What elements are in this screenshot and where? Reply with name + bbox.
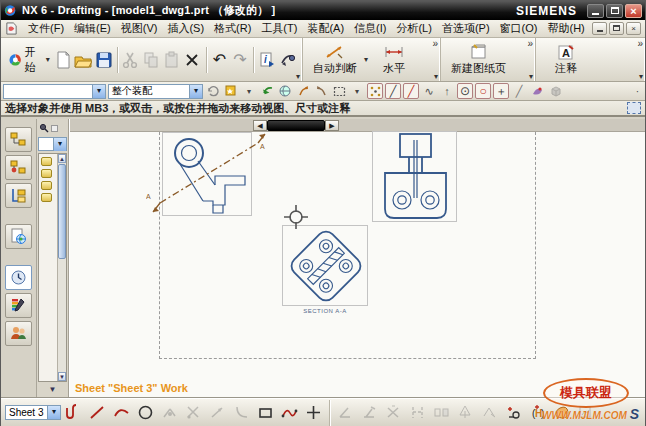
- touch-gesture-button[interactable]: [277, 48, 297, 72]
- drafting-view-front[interactable]: [372, 131, 457, 222]
- scroll-right-icon[interactable]: ▶: [325, 120, 339, 131]
- assembly-navigator-tab[interactable]: [5, 127, 32, 152]
- sheet-group-expand-icon[interactable]: »: [527, 39, 533, 48]
- orient-up-icon[interactable]: [295, 83, 311, 99]
- snap-point-on-surface-icon[interactable]: [529, 83, 545, 99]
- menu-window[interactable]: 窗口(O): [495, 20, 543, 37]
- arc-icon[interactable]: [110, 402, 133, 424]
- tree-node-icon[interactable]: [41, 157, 52, 166]
- menu-assemblies[interactable]: 装配(A): [302, 20, 349, 37]
- clay-style-icon[interactable]: [550, 402, 573, 424]
- previous-selection-icon[interactable]: [259, 83, 275, 99]
- annotation-group-options-icon[interactable]: ▾: [639, 73, 643, 81]
- dimension-group-options-icon[interactable]: ▾: [434, 73, 438, 81]
- panel-option-box[interactable]: [51, 125, 58, 132]
- sheet-group-options-icon[interactable]: ▾: [529, 73, 533, 81]
- selection-scope-dropdown-icon[interactable]: ▾: [189, 85, 202, 98]
- save-button[interactable]: [94, 48, 114, 72]
- start-button[interactable]: 开始 ▾: [5, 47, 53, 73]
- menu-file[interactable]: 文件(F): [23, 20, 69, 37]
- panel-filter-dropdown-icon[interactable]: ▾: [53, 138, 66, 151]
- mdi-minimize-button[interactable]: [592, 22, 607, 35]
- delete-button[interactable]: [182, 48, 202, 72]
- mdi-close-button[interactable]: ×: [626, 22, 641, 35]
- menu-help[interactable]: 帮助(H): [542, 20, 589, 37]
- snap-existing-point-icon[interactable]: ＋: [493, 83, 509, 99]
- roles-tab[interactable]: [5, 321, 32, 346]
- menu-analysis[interactable]: 分析(L): [391, 20, 436, 37]
- snap-arc-center-icon[interactable]: ⊙: [457, 83, 473, 99]
- snap-point-icon[interactable]: [367, 83, 383, 99]
- snap-endpoint-icon[interactable]: ╱: [385, 83, 401, 99]
- snap-curve-icon[interactable]: ∿: [421, 83, 437, 99]
- panel-scrollbar[interactable]: ▲ ▼: [57, 154, 66, 381]
- point-icon[interactable]: [302, 402, 325, 424]
- qc-sphere-icon[interactable]: [277, 83, 293, 99]
- toolbar-options-icon[interactable]: ▾: [296, 73, 300, 81]
- circle-icon[interactable]: [134, 402, 157, 424]
- snap-quadrant-icon[interactable]: ○: [475, 83, 491, 99]
- type-filter-dropdown-icon[interactable]: ▾: [92, 85, 105, 98]
- orient-down-icon[interactable]: [313, 83, 329, 99]
- sheet-combo-dropdown-icon[interactable]: ▾: [47, 406, 60, 419]
- snap-intersection-icon[interactable]: ↑: [439, 83, 455, 99]
- new-file-button[interactable]: [53, 48, 73, 72]
- mdi-restore-button[interactable]: [609, 22, 624, 35]
- tree-node-icon[interactable]: [41, 181, 52, 190]
- type-filter-combo[interactable]: ▾: [3, 84, 106, 99]
- constraint-navigator-tab[interactable]: [5, 155, 32, 180]
- refresh-icon[interactable]: [205, 83, 221, 99]
- menu-format[interactable]: 格式(R): [209, 20, 256, 37]
- palettes-tab[interactable]: [5, 293, 32, 318]
- studio-spline-icon[interactable]: [278, 402, 301, 424]
- pin-icon[interactable]: [39, 123, 49, 133]
- snap-point-on-curve-icon[interactable]: ╱: [511, 83, 527, 99]
- close-button[interactable]: ×: [625, 4, 642, 18]
- highlight-icon[interactable]: [223, 83, 239, 99]
- maximize-button[interactable]: [606, 4, 623, 18]
- drafting-view-section[interactable]: SECTION A-A: [282, 225, 368, 306]
- menu-insert[interactable]: 插入(S): [162, 20, 209, 37]
- annotation-group-expand-icon[interactable]: »: [637, 39, 643, 48]
- rectangle-select-icon[interactable]: [331, 83, 347, 99]
- section-line-a-a[interactable]: A A: [146, 127, 270, 219]
- sketch-constraints-group-icon[interactable]: (H): [526, 402, 549, 424]
- highlight-dropdown-icon[interactable]: ▾: [241, 83, 257, 99]
- undo-button[interactable]: ↶: [209, 48, 229, 72]
- information-button[interactable]: i: [257, 48, 277, 72]
- part-navigator-tab[interactable]: [5, 183, 32, 208]
- menu-edit[interactable]: 编辑(E): [69, 20, 116, 37]
- scroll-up-icon[interactable]: ▲: [58, 154, 66, 163]
- graphics-canvas[interactable]: ◀ ▶: [69, 119, 645, 398]
- horizontal-dimension-button[interactable]: 水平: [368, 41, 420, 79]
- selection-scope-combo[interactable]: 整个装配 ▾: [108, 84, 203, 99]
- scroll-thumb[interactable]: [267, 120, 325, 131]
- selbar-overflow-icon[interactable]: ·: [636, 86, 639, 97]
- history-tab[interactable]: [5, 265, 32, 290]
- panel-expand-icon[interactable]: ▼: [49, 385, 57, 394]
- menu-preferences[interactable]: 首选项(P): [437, 20, 495, 37]
- rectangle-icon[interactable]: [254, 402, 277, 424]
- open-file-button[interactable]: [73, 48, 93, 72]
- reuse-library-tab[interactable]: [5, 224, 32, 249]
- panel-filter-combo[interactable]: ▾: [38, 137, 67, 151]
- update-model-icon[interactable]: [502, 402, 525, 424]
- sheet-combo[interactable]: Sheet 3 ▾: [5, 405, 61, 420]
- new-sheet-button[interactable]: 新建图纸页: [445, 41, 512, 79]
- selection-box-icon[interactable]: [627, 102, 641, 114]
- line-icon[interactable]: [86, 402, 109, 424]
- tree-node-icon[interactable]: [41, 193, 52, 202]
- annotation-button[interactable]: A 注释: [540, 41, 592, 79]
- menu-view[interactable]: 视图(V): [116, 20, 163, 37]
- snap-midpoint-icon[interactable]: ╱: [403, 83, 419, 99]
- menu-tools[interactable]: 工具(T): [256, 20, 302, 37]
- minimize-button[interactable]: [587, 4, 604, 18]
- scroll-down-icon[interactable]: ▼: [58, 372, 66, 381]
- panel-scroll-thumb[interactable]: [58, 164, 66, 259]
- profile-icon[interactable]: [62, 402, 85, 424]
- menu-information[interactable]: 信息(I): [349, 20, 391, 37]
- navigator-tree[interactable]: ▲ ▼: [38, 153, 67, 382]
- rectangle-select-dropdown-icon[interactable]: ▾: [349, 83, 365, 99]
- inferred-dimension-button[interactable]: 自动判断: [307, 41, 363, 79]
- dimension-group-expand-icon[interactable]: »: [432, 39, 438, 48]
